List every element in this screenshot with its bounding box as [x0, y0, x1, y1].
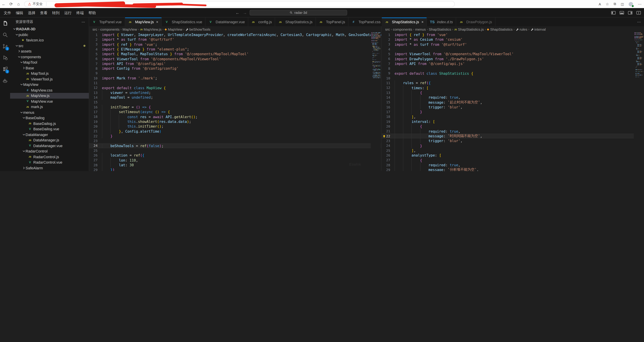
customize-layout-icon[interactable]: [636, 11, 641, 14]
code-line[interactable]: 13{: [382, 90, 644, 95]
close-icon[interactable]: ×: [156, 20, 158, 24]
code-line[interactable]: 18const res = await API.getAlert();: [89, 114, 381, 119]
menu-item-终端[interactable]: 终端: [74, 9, 86, 16]
breadcrumb-item[interactable]: menus: [415, 27, 426, 31]
breadcrumb-item[interactable]: MapView: [122, 27, 137, 31]
tree-item-MapTool[interactable]: MapTool: [10, 60, 89, 65]
code-line[interactable]: 20this.initTimer();: [89, 124, 381, 129]
menu-item-查看[interactable]: 查看: [38, 9, 50, 16]
code-line[interactable]: 3import * as turf from '@turf/turf': [382, 42, 644, 47]
close-icon[interactable]: ×: [421, 20, 424, 24]
browser-back-icon[interactable]: ←: [0, 2, 8, 7]
code-line[interactable]: 23trigger: 'blur',: [382, 138, 644, 143]
code-line[interactable]: 27{: [382, 158, 644, 163]
breadcrumb-item[interactable]: JSShapStatistics.js: [454, 27, 484, 31]
menu-item-文件[interactable]: 文件: [1, 9, 14, 16]
code-line[interactable]: 17}: [382, 110, 644, 114]
code-line[interactable]: 5import { MapTool, MapToolStatus } from …: [89, 52, 381, 57]
tree-item-RADAR-3D[interactable]: RADAR-3D: [10, 26, 89, 32]
menu-item-帮助[interactable]: 帮助: [86, 9, 98, 16]
breadcrumb-item[interactable]: rules: [516, 27, 527, 31]
tab-ShapStatistics.js[interactable]: JSShapStatistics.js: [275, 18, 316, 26]
tree-item-MapView.js[interactable]: JSMapView.js: [10, 93, 89, 99]
tree-item-BaseDailog.js[interactable]: JSBaseDailog.js: [10, 121, 89, 126]
code-line[interactable]: 10import Mark from './mark';: [89, 76, 381, 81]
breadcrumb-item[interactable]: JSMapView.js: [140, 27, 162, 31]
browser-home-icon[interactable]: ⌂: [15, 2, 22, 7]
group-left-code[interactable]: 1import { Viewer, ImageryLayer, UrlTempl…: [89, 32, 381, 171]
code-line[interactable]: 19interval: [: [382, 119, 644, 124]
favorites-star-icon[interactable]: ☆: [606, 2, 609, 6]
code-line[interactable]: 2import * as Cesium from 'cesium': [382, 37, 644, 42]
tree-item-DataManager[interactable]: DataManager: [10, 132, 89, 137]
code-line[interactable]: 1import { Viewer, ImageryLayer, UrlTempl…: [89, 32, 381, 37]
tab-index.d.ts[interactable]: TSindex.d.ts: [427, 18, 456, 26]
tab-DataManager.vue[interactable]: VDataManager.vue: [206, 18, 248, 26]
browser-profile-avatar[interactable]: [629, 2, 633, 6]
tree-item-BaseDailog.vue[interactable]: VBaseDailog.vue: [10, 126, 89, 132]
code-line[interactable]: 4: [382, 47, 644, 52]
group-right-code[interactable]: 1import { ref } from 'vue'2import * as C…: [382, 32, 644, 171]
code-line[interactable]: 15: [89, 100, 381, 105]
code-line[interactable]: 17setTimeout(async () => {: [89, 110, 381, 114]
tree-item-SafeAlarm[interactable]: SafeAlarm: [10, 165, 89, 171]
activity-docker-icon[interactable]: [0, 75, 10, 86]
tree-item-RadarControl[interactable]: RadarControl: [10, 148, 89, 154]
editor-more-icon[interactable]: ⋯: [637, 20, 641, 24]
code-line[interactable]: 9export default class ShapStatistics {: [382, 71, 644, 76]
code-line[interactable]: 21}, Config.alertTime): [89, 129, 381, 134]
tab-ShapStatistics.vue[interactable]: VShapStatistics.vue: [162, 18, 206, 26]
code-line[interactable]: 14mapTool = undefined;: [89, 95, 381, 100]
breadcrumb-item[interactable]: src: [385, 27, 390, 31]
activity-source-control-icon[interactable]: 1: [0, 40, 10, 52]
tab-DrawPolygon.js[interactable]: JSDrawPolygon.js: [456, 18, 495, 26]
code-line[interactable]: 29message: '分析项不能为空',: [382, 167, 644, 171]
code-line[interactable]: 21required: true,: [382, 129, 644, 134]
tree-item-assets[interactable]: assets: [10, 49, 89, 54]
tree-item-BaseDailog[interactable]: BaseDailog: [10, 115, 89, 121]
code-line[interactable]: 19this.showAlert(res.data.data);: [89, 119, 381, 124]
code-line[interactable]: 3import { ref } from 'vue';: [89, 42, 381, 47]
tab-TopPanel.js[interactable]: JSTopPanel.js: [316, 18, 348, 26]
code-line[interactable]: 26location = ref({: [89, 153, 381, 158]
code-line[interactable]: 16trigger: 'blur',: [382, 105, 644, 110]
tree-item-ShapStatistics[interactable]: ShapStatistics: [10, 171, 89, 171]
tree-item-MapView.css[interactable]: #MapView.css: [10, 87, 89, 93]
code-line[interactable]: 15message: '起止时间不能为空',: [382, 100, 644, 105]
code-line[interactable]: 29}): [89, 167, 381, 171]
activity-search-icon[interactable]: [0, 29, 10, 40]
tree-item-favicon.ico[interactable]: ★favicon.ico: [10, 37, 89, 43]
tree-item-MapView.vue[interactable]: VMapView.vue: [10, 99, 89, 104]
split-screen-icon[interactable]: ◫: [621, 2, 624, 6]
code-line[interactable]: 20{: [382, 124, 644, 129]
code-line[interactable]: 1import { ref } from 'vue': [382, 32, 644, 37]
tree-item-RadarControl.js[interactable]: JSRadarControl.js: [10, 154, 89, 160]
menu-item-选择[interactable]: 选择: [26, 9, 38, 16]
browser-more-icon[interactable]: ⋯: [638, 2, 642, 6]
code-line[interactable]: 8import Config from '@/config/config': [89, 66, 381, 71]
nav-forward-icon[interactable]: →: [243, 10, 247, 15]
code-line[interactable]: 13viewer = undefined;: [89, 90, 381, 95]
menu-item-编辑[interactable]: 编辑: [14, 9, 26, 16]
code-line[interactable]: 24}: [382, 143, 644, 148]
code-line[interactable]: 16initTimer = () => {: [89, 105, 381, 110]
code-line[interactable]: 23: [89, 138, 381, 143]
tab-TopPanel.vue[interactable]: VTopPanel.vue: [89, 18, 125, 26]
collections-icon[interactable]: ⧉: [614, 2, 616, 6]
tree-item-MapTool.js[interactable]: JSMapTool.js: [10, 71, 89, 76]
breadcrumb-item[interactable]: components: [393, 27, 412, 31]
tab-MapView.js[interactable]: JSMapView.js×: [125, 18, 162, 26]
code-line[interactable]: 7import API from '@/config/api.js': [382, 61, 644, 66]
code-line[interactable]: 9: [89, 71, 381, 76]
tree-item-RadarControl.vue[interactable]: VRadarControl.vue: [10, 160, 89, 165]
breadcrumb-item[interactable]: components: [100, 27, 120, 31]
code-line[interactable]: 12times: [: [382, 85, 644, 90]
code-line[interactable]: 11rules = ref({: [382, 81, 644, 86]
tree-item-menus[interactable]: menus: [10, 110, 89, 115]
code-line[interactable]: 24beShowTools = ref(false);: [89, 143, 381, 148]
menu-item-转到[interactable]: 转到: [50, 9, 62, 16]
code-line[interactable]: 5import ViewerTool from '@/components/Ma…: [382, 52, 644, 57]
tree-item-Base[interactable]: Base: [10, 65, 89, 71]
breadcrumb-item[interactable]: interval: [530, 27, 546, 31]
code-line[interactable]: 14required: true,: [382, 95, 644, 100]
